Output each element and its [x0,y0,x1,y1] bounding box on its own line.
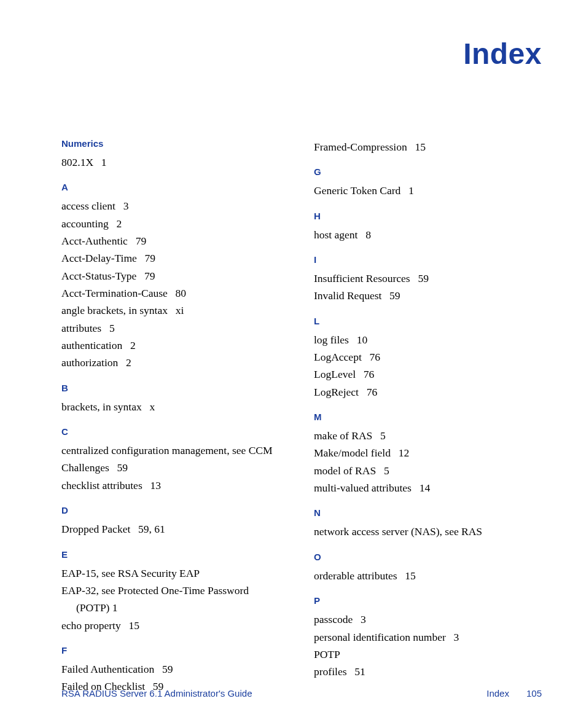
index-entry-text: Acct-Termination-Cause [61,287,168,299]
index-entry-text: network access server (NAS), see RAS [314,525,482,538]
index-entry-pages: x [149,401,155,413]
index-entry-text: Invalid Request [314,289,381,302]
index-entry: checklist attributes 13 [61,477,289,494]
index-entry-pages: 3 [361,613,366,625]
index-entry-text: LogAccept [314,351,362,363]
index-section-head: L [314,316,542,326]
index-section-head: I [314,254,542,265]
index-section-head: E [61,549,289,560]
index-entry-pages: 80 [176,287,187,299]
index-entry-text: attributes [61,322,101,334]
left-column: Numerics802.1X 1Aaccess client 3accounti… [61,138,289,695]
index-entry: network access server (NAS), see RAS [314,523,542,540]
right-column: Framed-Compression 15GGeneric Token Card… [314,138,542,695]
index-entry: centralized configuration management, se… [61,442,289,459]
index-entry-pages: xi [176,304,184,316]
footer-section: Index [486,688,509,699]
index-entry: echo property 15 [61,617,289,634]
index-entry-pages: 15 [128,619,139,632]
index-section-head: N [314,507,542,518]
index-entry-pages: 79 [144,270,155,282]
index-section-head: G [314,166,542,177]
index-entry-pages: 76 [370,351,381,363]
index-entry: 802.1X 1 [61,154,289,171]
index-content: Numerics802.1X 1Aaccess client 3accounti… [61,138,542,695]
index-entry-text: Acct-Authentic [61,235,128,247]
index-entry-text: EAP-15, see RSA Security EAP [61,567,200,579]
index-entry: access client 3 [61,197,289,214]
index-section-head: O [314,552,542,562]
index-entry: Invalid Request 59 [314,287,542,304]
index-entry: Make/model field 12 [314,444,542,461]
index-entry: LogLevel 76 [314,366,542,383]
index-entry-text: Acct-Delay-Time [61,252,137,264]
index-entry: authentication 2 [61,337,289,354]
index-entry-text: log files [314,334,349,346]
index-entry-text: 802.1X [61,156,93,168]
index-entry-pages: 2 [117,217,122,230]
index-entry-pages: 5 [380,429,386,442]
index-entry-pages: 15 [405,569,416,582]
index-entry-pages: 14 [420,482,431,494]
index-entry-pages: 1 [101,156,107,168]
index-entry-text: host agent [314,229,357,241]
index-entry-text: Challenges [61,461,109,474]
index-entry-text: LogLevel [314,368,356,380]
index-entry-text: Dropped Packet [61,523,130,535]
index-entry-pages: 76 [364,368,375,380]
index-entry: Failed Authentication 59 [61,660,289,678]
index-entry: model of RAS 5 [314,462,542,479]
index-entry-pages: 59, 61 [138,523,165,535]
index-entry-text: angle brackets, in syntax [61,304,168,316]
index-entry-text: passcode [314,613,353,625]
index-entry: Insufficient Resources 59 [314,270,542,287]
index-entry: Generic Token Card 1 [314,182,542,199]
index-entry-text: authorization [61,356,118,369]
index-entry-pages: 12 [399,447,410,459]
index-section-head: P [314,595,542,606]
index-entry-text: model of RAS [314,464,376,477]
index-entry-text: Framed-Compression [314,141,407,153]
index-entry-text: echo property [61,619,121,632]
index-section-head: A [61,182,289,192]
index-entry: personal identification number 3 [314,628,542,646]
index-entry-pages: 76 [367,386,378,398]
footer-doc-title: RSA RADIUS Server 6.1 Administrator's Gu… [61,688,252,699]
page-title: Index [463,37,542,71]
index-entry: make of RAS 5 [314,427,542,444]
index-entry: POTP [314,646,542,663]
index-entry: Acct-Status-Type 79 [61,267,289,284]
index-entry-text: centralized configuration management, se… [61,444,273,456]
index-entry-pages: 2 [126,356,131,369]
index-entry-text: personal identification number [314,631,446,643]
index-entry-pages: 10 [357,334,368,346]
index-entry: accounting 2 [61,215,289,232]
index-entry-pages: 79 [136,235,147,247]
index-entry: Challenges 59 [61,459,289,476]
index-entry: angle brackets, in syntax xi [61,302,289,319]
index-entry: profiles 51 [314,663,542,680]
index-entry: brackets, in syntax x [61,398,289,415]
index-entry-pages: 5 [109,322,115,334]
index-entry-text: POTP [314,648,340,660]
index-entry-text: Generic Token Card [314,184,400,197]
index-entry: EAP-15, see RSA Security EAP [61,565,289,582]
footer-page-number: 105 [526,688,542,699]
index-entry: multi-valued attributes 14 [314,479,542,496]
index-entry: Acct-Delay-Time 79 [61,249,289,267]
index-entry-text: authentication [61,339,122,351]
index-section-head: C [61,426,289,437]
index-entry: attributes 5 [61,319,289,337]
index-entry: EAP-32, see Protected One-Time Password [61,582,289,599]
index-entry-pages: 59 [162,663,173,675]
index-entry: Framed-Compression 15 [314,138,542,155]
index-entry: Acct-Termination-Cause 80 [61,284,289,302]
index-entry-text: Failed Authentication [61,663,154,675]
index-entry: orderable attributes 15 [314,567,542,584]
index-section-head: Numerics [61,138,289,149]
index-section-head: B [61,383,289,393]
index-entry-pages: 59 [418,272,429,284]
index-entry-text: profiles [314,665,346,678]
index-section-head: H [314,211,542,221]
index-entry: log files 10 [314,331,542,348]
